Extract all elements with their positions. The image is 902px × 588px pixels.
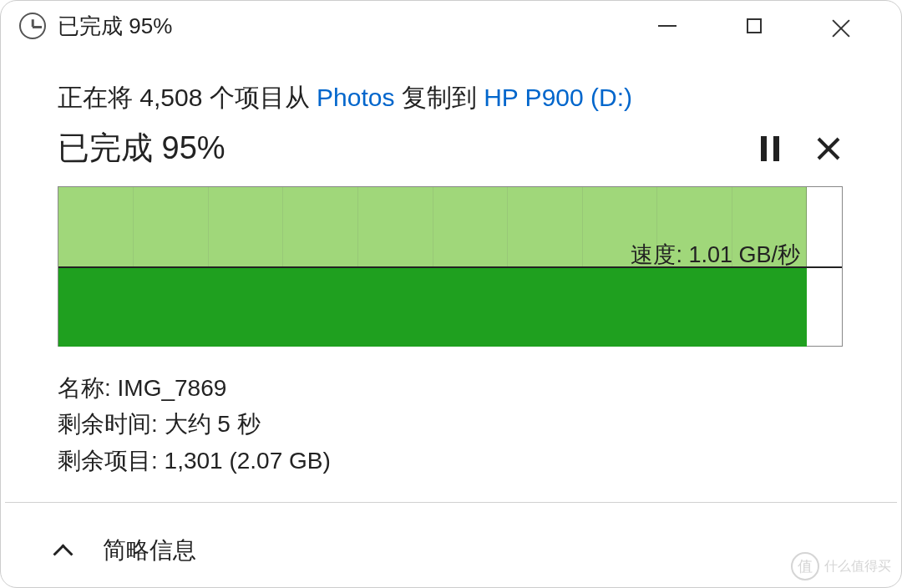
close-icon <box>832 17 850 35</box>
detail-time: 剩余时间: 大约 5 秒 <box>58 406 844 442</box>
window-title: 已完成 95% <box>58 12 172 41</box>
copy-prefix: 正在将 4,508 个项目从 <box>58 84 317 111</box>
action-buttons <box>761 136 844 161</box>
copy-description: 正在将 4,508 个项目从 Photos 复制到 HP P900 (D:) <box>58 81 844 115</box>
details-toggle[interactable]: 简略信息 <box>1 514 901 587</box>
window-controls <box>637 9 881 43</box>
pause-button[interactable] <box>761 136 779 161</box>
watermark-badge: 值 <box>791 552 819 580</box>
title-bar: 已完成 95% <box>1 1 901 51</box>
detail-name: 名称: IMG_7869 <box>58 370 844 406</box>
minimize-button[interactable] <box>637 9 697 43</box>
watermark-text: 什么值得买 <box>824 558 891 575</box>
close-button[interactable] <box>811 9 871 43</box>
destination-link[interactable]: HP P900 (D:) <box>484 84 632 111</box>
transfer-details: 名称: IMG_7869 剩余时间: 大约 5 秒 剩余项目: 1,301 (2… <box>58 370 844 479</box>
minimize-icon <box>658 25 676 27</box>
progress-label: 已完成 95% <box>58 127 226 170</box>
separator-line <box>5 502 897 503</box>
dialog-content: 正在将 4,508 个项目从 Photos 复制到 HP P900 (D:) 已… <box>1 51 901 479</box>
clock-icon <box>19 13 46 39</box>
speed-chart: 速度: 1.01 GB/秒 <box>58 186 843 347</box>
copy-middle: 复制到 <box>394 84 484 111</box>
chevron-up-icon <box>54 540 74 560</box>
detail-items: 剩余项目: 1,301 (2.07 GB) <box>58 443 844 479</box>
maximize-icon <box>747 18 762 33</box>
toggle-label: 简略信息 <box>103 535 196 566</box>
maximize-button[interactable] <box>724 9 784 43</box>
progress-row: 已完成 95% <box>58 127 844 170</box>
speed-value: 速度: 1.01 GB/秒 <box>631 240 800 270</box>
source-link[interactable]: Photos <box>317 84 394 111</box>
chart-lower-fill <box>58 267 807 347</box>
watermark: 值 什么值得买 <box>791 552 891 580</box>
cancel-button[interactable] <box>818 138 839 160</box>
